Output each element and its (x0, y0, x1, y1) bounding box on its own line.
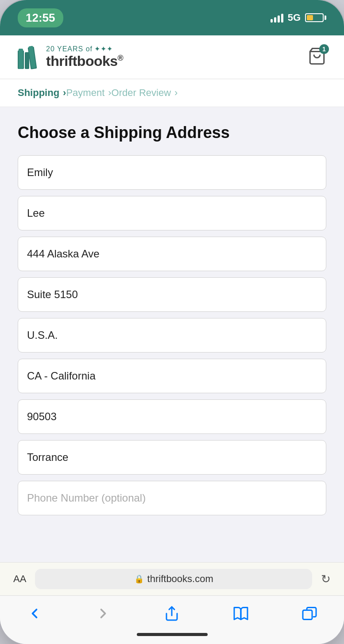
network-label: 5G (288, 12, 301, 23)
status-bar: 12:55 5G (0, 0, 344, 35)
thriftbooks-logo-icon (18, 44, 41, 70)
browser-domain: thriftbooks.com (147, 573, 213, 585)
browser-aa-button[interactable]: AA (13, 573, 26, 585)
home-indicator (0, 629, 344, 644)
status-right: 5G (271, 12, 326, 23)
forward-icon (95, 606, 111, 621)
state-input[interactable] (18, 359, 326, 393)
back-icon (27, 606, 43, 621)
logo-text-area: 20 YEARS of ✦✦✦ thriftbooks® (46, 45, 123, 69)
signal-bars-icon (271, 13, 283, 23)
app-header: 20 YEARS of ✦✦✦ thriftbooks® 1 (0, 35, 344, 79)
breadcrumb-order-review-chevron: › (174, 87, 178, 99)
bottom-nav (0, 595, 344, 629)
country-input[interactable] (18, 318, 326, 353)
phone-input[interactable] (18, 481, 326, 515)
page-title: Choose a Shipping Address (18, 123, 326, 142)
breadcrumb-payment-label: Payment (66, 87, 104, 99)
home-bar (137, 633, 208, 636)
svg-rect-4 (25, 52, 29, 69)
logo-brand: thriftbooks® (46, 53, 123, 69)
battery-icon (305, 13, 326, 22)
logo-area: 20 YEARS of ✦✦✦ thriftbooks® (18, 44, 123, 70)
signal-bar-1 (271, 19, 273, 23)
status-time: 12:55 (18, 8, 63, 27)
main-content: Choose a Shipping Address (0, 107, 344, 562)
breadcrumb-nav: Shipping › Payment › Order Review › (0, 79, 344, 107)
share-icon (164, 606, 180, 621)
tabs-button[interactable] (293, 602, 326, 625)
cart-badge: 1 (319, 44, 329, 54)
signal-bar-2 (274, 17, 276, 23)
last-name-input[interactable] (18, 196, 326, 230)
first-name-input[interactable] (18, 155, 326, 190)
address2-input[interactable] (18, 277, 326, 312)
form-fields (18, 155, 326, 515)
logo-years: 20 YEARS of ✦✦✦ (46, 45, 123, 53)
battery-body (305, 13, 324, 22)
stars-icon: ✦✦✦ (94, 45, 113, 53)
forward-button[interactable] (86, 602, 120, 625)
back-button[interactable] (18, 602, 51, 625)
battery-cap (325, 15, 326, 20)
signal-bar-4 (281, 14, 283, 23)
breadcrumb-payment[interactable]: Payment › (66, 87, 111, 99)
breadcrumb-order-review-label: Order Review (112, 87, 171, 99)
city-input[interactable] (18, 440, 326, 475)
breadcrumb-shipping-chevron: › (63, 87, 66, 99)
browser-bar: AA 🔒 thriftbooks.com ↻ (0, 562, 344, 595)
bookmarks-icon (233, 606, 249, 621)
book-icon-svg (18, 44, 41, 70)
browser-url-bar[interactable]: 🔒 thriftbooks.com (35, 569, 312, 589)
breadcrumb-shipping[interactable]: Shipping › (18, 87, 66, 99)
breadcrumb-order-review[interactable]: Order Review › (112, 87, 178, 99)
battery-fill (307, 15, 313, 20)
breadcrumb-payment-chevron: › (108, 87, 111, 99)
svg-rect-7 (303, 610, 312, 620)
phone-frame: 12:55 5G (0, 0, 344, 644)
refresh-icon[interactable]: ↻ (321, 572, 331, 586)
address1-input[interactable] (18, 237, 326, 271)
tabs-icon (301, 606, 317, 621)
svg-rect-1 (19, 49, 23, 69)
zip-input[interactable] (18, 399, 326, 434)
bookmarks-button[interactable] (224, 602, 258, 625)
signal-bar-3 (278, 15, 280, 23)
cart-icon-wrap[interactable]: 1 (308, 47, 326, 67)
lock-icon: 🔒 (134, 574, 144, 584)
share-button[interactable] (155, 602, 189, 625)
breadcrumb-shipping-label: Shipping (18, 87, 59, 99)
